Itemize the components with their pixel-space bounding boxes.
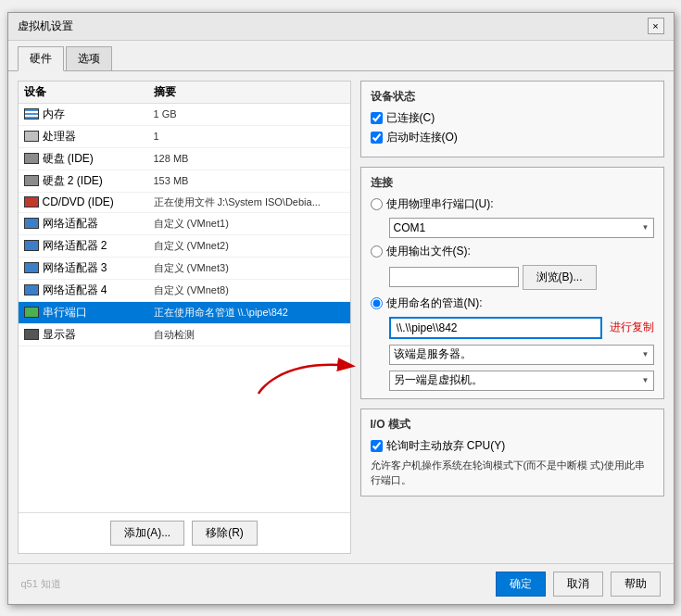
- tab-hardware[interactable]: 硬件: [18, 46, 64, 71]
- device-row-cdrom[interactable]: CD/DVD (IDE) 正在使用文件 J:\System ISO\Debia.…: [19, 193, 350, 213]
- col-summary-header: 摘要: [154, 84, 345, 100]
- disk2-icon: [24, 175, 39, 186]
- com-port-dropdown[interactable]: COM1 ▼: [389, 218, 654, 238]
- device-summary-cpu: 1: [154, 131, 345, 142]
- confirm-button[interactable]: 确定: [496, 572, 546, 597]
- browse-button[interactable]: 浏览(B)...: [523, 265, 597, 290]
- dialog-title: 虚拟机设置: [18, 19, 73, 34]
- connection-title: 连接: [371, 175, 654, 191]
- named-pipe-radio-row: 使用命名的管道(N):: [371, 295, 654, 311]
- device-status-title: 设备状态: [371, 89, 654, 105]
- other-end-value: 另一端是虚拟机。: [394, 372, 483, 388]
- serial-icon: [24, 307, 39, 318]
- device-status-section: 设备状态 已连接(C) 启动时连接(O): [360, 81, 664, 157]
- device-row-disk1[interactable]: 硬盘 (IDE) 128 MB: [19, 148, 350, 170]
- io-mode-title: I/O 模式: [371, 417, 654, 433]
- other-end-dropdown[interactable]: 另一端是虚拟机。 ▼: [389, 371, 654, 391]
- connection-section: 连接 使用物理串行端口(U): COM1 ▼: [360, 167, 664, 399]
- disk1-icon: [24, 153, 39, 164]
- cdrom-icon: [24, 196, 39, 207]
- display-icon: [24, 329, 39, 340]
- left-bottom-buttons: 添加(A)... 移除(R): [19, 512, 350, 553]
- device-name-net4: 网络适配器 4: [43, 283, 107, 298]
- device-summary-net1: 自定义 (VMnet1): [154, 217, 345, 231]
- device-row-net3[interactable]: 网络适配器 3 自定义 (VMnet3): [19, 258, 350, 280]
- device-row-cpu[interactable]: 处理器 1: [19, 126, 350, 148]
- net3-icon: [24, 262, 39, 273]
- dialog-body: 设备 摘要 内存 1 GB 处理器: [8, 71, 674, 563]
- com-dropdown-arrow: ▼: [642, 223, 649, 232]
- net2-icon: [24, 240, 39, 251]
- remove-device-button[interactable]: 移除(R): [192, 521, 258, 546]
- server-end-dropdown[interactable]: 该端是服务器。 ▼: [389, 345, 654, 365]
- content-area: 设备 摘要 内存 1 GB 处理器: [8, 71, 674, 563]
- device-row-serial[interactable]: 串行端口 正在使用命名管道 \\.\pipe\842: [19, 302, 350, 324]
- connected-checkbox-row: 已连接(C): [371, 110, 654, 126]
- device-list: 内存 1 GB 处理器 1 硬盘 (ID: [19, 104, 350, 512]
- net1-icon: [24, 218, 39, 229]
- named-pipe-radio[interactable]: [371, 297, 383, 309]
- tab-options[interactable]: 选项: [66, 46, 112, 70]
- device-name-net2: 网络适配器 2: [43, 238, 107, 254]
- other-end-dropdown-arrow: ▼: [642, 376, 649, 384]
- named-pipe-label: 使用命名的管道(N):: [386, 295, 483, 311]
- cancel-button[interactable]: 取消: [553, 572, 603, 597]
- device-summary-net2: 自定义 (VMnet2): [154, 239, 345, 253]
- device-row-disk2[interactable]: 硬盘 2 (IDE) 153 MB: [19, 170, 350, 193]
- copy-hint-label: 进行复制: [610, 320, 654, 335]
- device-summary-net3: 自定义 (VMnet3): [154, 261, 345, 275]
- device-name-cdrom: CD/DVD (IDE): [43, 195, 114, 208]
- device-name-serial: 串行端口: [43, 305, 87, 321]
- device-name-display: 显示器: [43, 327, 76, 343]
- io-mode-section: I/O 模式 轮询时主动放弃 CPU(Y) 允许客户机操作系统在轮询模式下(而不…: [360, 409, 664, 497]
- device-name-net1: 网络适配器: [43, 216, 98, 232]
- poll-cpu-row: 轮询时主动放弃 CPU(Y): [371, 438, 654, 454]
- dialog-footer: q51 知道 确定 取消 帮助: [8, 563, 674, 604]
- device-name-disk1: 硬盘 (IDE): [43, 151, 94, 167]
- physical-port-radio[interactable]: [371, 198, 383, 210]
- help-button[interactable]: 帮助: [611, 572, 661, 597]
- title-bar: 虚拟机设置 ×: [8, 13, 674, 41]
- device-name-memory: 内存: [43, 107, 65, 122]
- physical-port-radio-row: 使用物理串行端口(U):: [371, 196, 654, 212]
- col-device-header: 设备: [24, 84, 154, 100]
- connected-checkbox[interactable]: [371, 112, 383, 124]
- connect-on-start-checkbox[interactable]: [371, 132, 383, 144]
- server-end-value: 该端是服务器。: [394, 346, 472, 362]
- device-row-net2[interactable]: 网络适配器 2 自定义 (VMnet2): [19, 235, 350, 258]
- output-file-radio-row: 使用输出文件(S):: [371, 244, 654, 259]
- named-pipe-input[interactable]: [389, 317, 602, 339]
- device-summary-memory: 1 GB: [154, 108, 345, 119]
- physical-port-label: 使用物理串行端口(U):: [386, 196, 494, 212]
- io-description: 允许客户机操作系统在轮询模式下(而不是中断模 式)使用此串行端口。: [371, 458, 654, 488]
- add-device-button[interactable]: 添加(A)...: [110, 521, 184, 546]
- output-file-radio[interactable]: [371, 245, 383, 258]
- tabs-bar: 硬件 选项: [8, 41, 674, 71]
- device-summary-disk2: 153 MB: [154, 175, 345, 186]
- net4-icon: [24, 284, 39, 295]
- server-dropdown-arrow: ▼: [642, 350, 649, 358]
- device-summary-serial: 正在使用命名管道 \\.\pipe\842: [154, 306, 345, 320]
- device-list-panel: 设备 摘要 内存 1 GB 处理器: [18, 81, 351, 554]
- close-button[interactable]: ×: [648, 18, 664, 34]
- connect-on-start-row: 启动时连接(O): [371, 130, 654, 145]
- device-row-display[interactable]: 显示器 自动检测: [19, 324, 350, 346]
- output-file-input[interactable]: [389, 267, 519, 287]
- right-panel: 设备状态 已连接(C) 启动时连接(O) 连接: [360, 81, 664, 554]
- poll-cpu-checkbox[interactable]: [371, 440, 383, 452]
- cpu-icon: [24, 131, 39, 142]
- poll-cpu-label: 轮询时主动放弃 CPU(Y): [386, 438, 506, 454]
- output-file-label: 使用输出文件(S):: [386, 244, 471, 259]
- device-table-header: 设备 摘要: [19, 82, 350, 104]
- device-summary-display: 自动检测: [154, 328, 345, 342]
- connected-label: 已连接(C): [386, 110, 435, 126]
- main-dialog: 虚拟机设置 × 硬件 选项 设备 摘要 内存: [7, 12, 675, 605]
- device-name-net3: 网络适配器 3: [43, 260, 107, 276]
- device-row-net1[interactable]: 网络适配器 自定义 (VMnet1): [19, 213, 350, 235]
- device-row-net4[interactable]: 网络适配器 4 自定义 (VMnet8): [19, 280, 350, 302]
- device-summary-disk1: 128 MB: [154, 153, 345, 164]
- device-row-memory[interactable]: 内存 1 GB: [19, 104, 350, 126]
- connect-on-start-label: 启动时连接(O): [386, 130, 458, 145]
- device-summary-cdrom: 正在使用文件 J:\System ISO\Debia...: [154, 195, 345, 209]
- watermark: q51 知道: [21, 577, 61, 591]
